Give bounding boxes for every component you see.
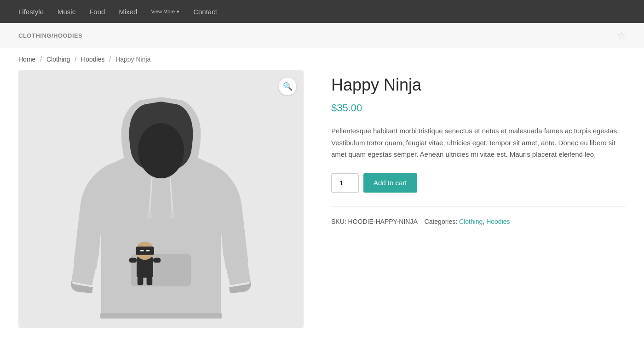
sku-value: HOODIE-HAPPY-NINJA [348, 218, 417, 225]
top-navigation: Lifestyle Music Food Mixed View More ▾ C… [0, 0, 644, 23]
svg-rect-12 [129, 258, 137, 263]
sub-header: CLOTHING/HOODIES ☆ [0, 23, 644, 48]
wishlist-star-icon[interactable]: ☆ [617, 30, 626, 41]
svg-rect-13 [153, 258, 161, 263]
product-price: $35.00 [331, 102, 626, 114]
product-title: Happy Ninja [331, 75, 626, 95]
product-image [60, 80, 262, 319]
product-page: 🔍 [0, 70, 644, 346]
add-to-cart-row: Add to cart [331, 173, 626, 193]
nav-item-mixed[interactable]: Mixed [119, 8, 137, 16]
nav-item-view-more[interactable]: View More ▾ [151, 9, 179, 15]
svg-rect-6 [100, 313, 222, 319]
breadcrumb-sep-1: / [40, 56, 42, 63]
svg-point-5 [170, 211, 175, 219]
nav-item-food[interactable]: Food [89, 8, 105, 16]
svg-rect-14 [138, 277, 144, 285]
svg-rect-15 [147, 277, 153, 285]
product-details: Happy Ninja $35.00 Pellentesque habitant… [331, 70, 626, 228]
breadcrumb-hoodies[interactable]: Hoodies [81, 56, 104, 63]
zoom-icon[interactable]: 🔍 [279, 78, 296, 95]
nav-view-more-label: View More [151, 9, 175, 14]
breadcrumb-clothing[interactable]: Clothing [46, 56, 70, 63]
product-image-container: 🔍 [18, 70, 304, 328]
breadcrumb-sep-2: / [75, 56, 76, 63]
svg-rect-7 [137, 257, 153, 278]
breadcrumb-sep-3: / [109, 56, 111, 63]
svg-rect-9 [136, 247, 154, 255]
nav-item-lifestyle[interactable]: Lifestyle [18, 8, 44, 16]
nav-item-contact[interactable]: Contact [193, 8, 217, 16]
sku-label: SKU: [331, 218, 346, 225]
breadcrumb-current: Happy Ninja [115, 56, 150, 63]
svg-point-4 [147, 211, 152, 219]
quantity-input[interactable] [331, 173, 359, 193]
dropdown-arrow-icon: ▾ [177, 9, 179, 15]
sub-header-title: CLOTHING/HOODIES [18, 32, 82, 39]
category-hoodies[interactable]: Hoodies [486, 218, 510, 225]
breadcrumb: Home / Clothing / Hoodies / Happy Ninja [0, 48, 644, 70]
product-description: Pellentesque habitant morbi tristique se… [331, 125, 626, 160]
category-clothing[interactable]: Clothing [459, 218, 483, 225]
breadcrumb-home[interactable]: Home [18, 56, 35, 63]
product-meta: SKU: HOODIE-HAPPY-NINJA Categories: Clot… [331, 206, 626, 228]
nav-item-music[interactable]: Music [58, 8, 75, 16]
categories-label: Categories: [425, 218, 458, 225]
add-to-cart-button[interactable]: Add to cart [363, 173, 417, 193]
svg-point-0 [138, 123, 184, 178]
